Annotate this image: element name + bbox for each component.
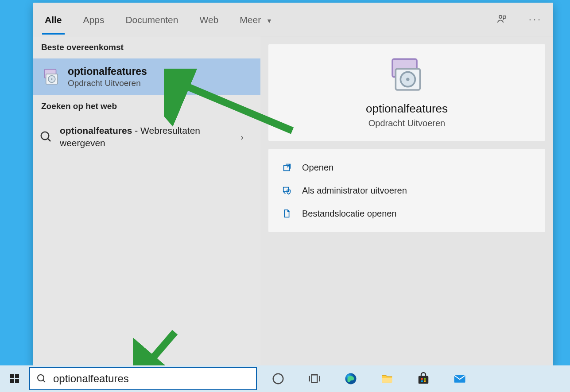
file-explorer-icon[interactable] [379, 371, 395, 387]
result-text: optionalfeatures Opdracht Uitvoeren [68, 66, 147, 88]
result-best-match[interactable]: optionalfeatures Opdracht Uitvoeren [33, 58, 260, 95]
web-query: optionalfeatures [60, 125, 132, 136]
svg-rect-32 [454, 375, 465, 383]
svg-rect-27 [419, 376, 429, 384]
action-run-as-admin[interactable]: Als administrator uitvoeren [279, 179, 535, 202]
result-detail-column: optionalfeatures Opdracht Uitvoeren Open… [260, 36, 553, 366]
search-tabs: Alle Apps Documenten Web Meer ▼ ··· [33, 3, 553, 36]
svg-rect-29 [424, 378, 426, 380]
tab-more[interactable]: Meer ▼ [237, 5, 275, 34]
chevron-down-icon: ▼ [266, 17, 272, 24]
desktop-background-right [553, 0, 570, 365]
action-open-location[interactable]: Bestandslocatie openen [279, 202, 535, 225]
tab-more-label: Meer [240, 15, 261, 25]
task-view-icon[interactable] [306, 371, 322, 387]
taskbar-search-input[interactable] [53, 373, 250, 385]
svg-rect-12 [283, 187, 289, 192]
microsoft-store-icon[interactable] [415, 371, 431, 387]
edge-icon[interactable] [343, 371, 359, 387]
search-icon [39, 130, 53, 144]
detail-subtitle: Opdracht Uitvoeren [368, 118, 445, 128]
svg-line-20 [43, 380, 45, 382]
desktop-background-left [0, 0, 33, 365]
folder-location-icon [282, 208, 292, 219]
tab-all[interactable]: Alle [42, 5, 65, 34]
detail-card: optionalfeatures Opdracht Uitvoeren [268, 44, 545, 141]
section-best-match: Beste overeenkomst [33, 36, 260, 58]
installer-icon [42, 68, 61, 86]
search-results-column: Beste overeenkomst optionalfeatures Opdr… [33, 36, 260, 366]
svg-rect-31 [424, 380, 426, 382]
svg-rect-17 [10, 379, 14, 383]
detail-actions: Openen Als administrator uitvoeren [268, 149, 545, 232]
chevron-right-icon: › [240, 132, 252, 142]
shield-run-icon [282, 185, 292, 196]
svg-rect-22 [312, 375, 318, 383]
action-open-label: Openen [302, 163, 333, 173]
svg-line-6 [48, 139, 50, 141]
search-panel-body: Beste overeenkomst optionalfeatures Opdr… [33, 36, 553, 366]
web-result-text: optionalfeatures - Webresultaten weergev… [60, 124, 233, 150]
action-open[interactable]: Openen [279, 156, 535, 179]
installer-icon-large [388, 56, 427, 95]
tab-apps[interactable]: Apps [81, 5, 107, 34]
result-web-search[interactable]: optionalfeatures - Webresultaten weergev… [33, 117, 260, 157]
svg-point-5 [41, 132, 49, 140]
svg-point-21 [273, 374, 283, 384]
mail-icon[interactable] [452, 371, 468, 387]
svg-rect-16 [15, 374, 19, 378]
section-search-web: Zoeken op het web [33, 95, 260, 117]
cortana-icon[interactable] [270, 371, 286, 387]
detail-title: optionalfeatures [366, 102, 448, 116]
svg-rect-18 [15, 379, 19, 383]
svg-rect-15 [10, 374, 14, 378]
taskbar [0, 365, 570, 392]
svg-rect-26 [382, 378, 392, 383]
action-admin-label: Als administrator uitvoeren [302, 186, 407, 196]
svg-rect-30 [421, 380, 423, 382]
search-icon [36, 373, 47, 384]
svg-rect-28 [421, 378, 423, 380]
svg-point-0 [499, 15, 502, 18]
result-title: optionalfeatures [68, 66, 147, 78]
svg-point-19 [38, 375, 44, 381]
taskbar-search-box[interactable] [29, 367, 257, 390]
feedback-icon[interactable] [493, 11, 511, 28]
open-icon [282, 162, 292, 173]
taskbar-pinned-apps [270, 371, 468, 387]
tab-web[interactable]: Web [197, 5, 221, 34]
svg-point-4 [51, 78, 53, 80]
result-subtitle: Opdracht Uitvoeren [68, 78, 147, 88]
more-options-icon[interactable]: ··· [527, 11, 544, 28]
action-location-label: Bestandslocatie openen [302, 209, 397, 219]
svg-point-10 [406, 78, 409, 81]
tab-documents[interactable]: Documenten [123, 5, 181, 34]
start-button[interactable] [0, 365, 29, 392]
start-search-panel: Alle Apps Documenten Web Meer ▼ ··· Best… [33, 3, 553, 366]
